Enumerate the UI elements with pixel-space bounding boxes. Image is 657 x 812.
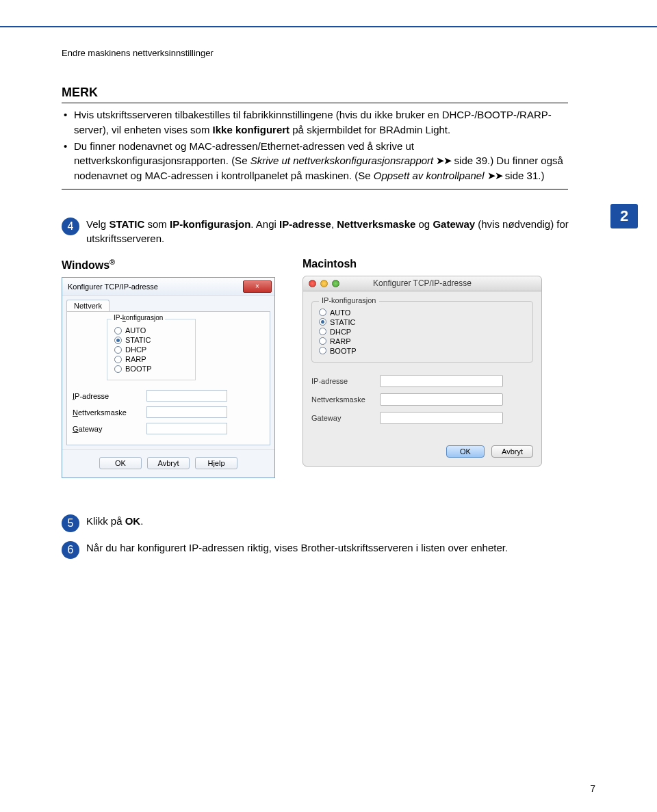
radio-auto-label: AUTO — [125, 326, 146, 335]
win-tab-panel: IP-konfigurasjon AUTO STATIC DHCP RARP B… — [66, 311, 270, 445]
s4-f: IP-adresse — [279, 218, 331, 230]
win-title: Konfigurer TCP/IP-adresse — [68, 283, 158, 291]
macintosh-label: Macintosh — [302, 258, 542, 270]
mac-ok-button[interactable]: OK — [446, 445, 485, 458]
mac-radio-bootp[interactable]: BOOTP — [319, 347, 526, 355]
s4-c: som — [144, 218, 170, 230]
mac-rarp-label: RARP — [330, 337, 351, 345]
step-6-text: Når du har konfigurert IP-adressen rikti… — [86, 540, 595, 559]
windows-label: Windows® — [62, 258, 275, 272]
radio-icon — [114, 337, 122, 344]
radio-icon — [319, 318, 326, 326]
radio-rarp[interactable]: RARP — [114, 355, 190, 363]
mac-auto-label: AUTO — [330, 309, 350, 317]
radio-icon — [319, 328, 326, 335]
radio-icon — [114, 346, 122, 354]
radio-rarp-label: RARP — [125, 355, 146, 363]
merk-rule-bot — [62, 189, 568, 189]
windows-text: Windows — [62, 259, 110, 271]
step-4-badge: 4 — [62, 218, 79, 235]
close-button[interactable]: × — [243, 280, 272, 293]
mac-ip-config-group: IP-konfigurasjon AUTO STATIC DHCP RARP B… — [311, 301, 533, 363]
merk1-b: Ikke konfigurert — [213, 124, 290, 135]
ip-address-label: IP-adresse — [73, 392, 141, 400]
mac-static-label: STATIC — [330, 318, 355, 326]
ok-button[interactable]: OK — [99, 457, 142, 469]
s5-b: OK — [125, 515, 141, 527]
radio-icon — [114, 327, 122, 335]
s4-h: Nettverksmaske — [337, 218, 415, 230]
s4-e: . Angi — [250, 218, 279, 230]
mac-dialog: Konfigurer TCP/IP-adresse IP-konfigurasj… — [302, 276, 542, 467]
s5-a: Klikk på — [86, 515, 125, 527]
mac-radio-static[interactable]: STATIC — [319, 318, 526, 326]
s5-c: . — [140, 515, 143, 527]
radio-icon — [319, 337, 326, 345]
gateway-label: Gateway — [73, 425, 141, 433]
radio-dhcp-label: DHCP — [125, 345, 146, 354]
mac-title: Konfigurer TCP/IP-adresse — [303, 278, 541, 288]
top-rule — [0, 26, 657, 27]
ip-config-legend: IP-konfigurasjon — [112, 314, 165, 322]
ip-config-group: IP-konfigurasjon AUTO STATIC DHCP RARP B… — [107, 319, 196, 380]
merk-bullet-2: Du finner nodenavnet og MAC-adressen/Eth… — [74, 139, 568, 183]
mac-ip-input[interactable] — [380, 375, 503, 387]
mac-cancel-button[interactable]: Avbryt — [491, 445, 533, 458]
s4-d: IP-konfigurasjon — [170, 218, 250, 230]
s4-j: Gateway — [433, 218, 475, 230]
mac-radio-rarp[interactable]: RARP — [319, 337, 526, 345]
win-titlebar: Konfigurer TCP/IP-adresse × — [62, 278, 274, 296]
arrow-icon: ➤➤ — [436, 155, 451, 166]
merk2-e: side 31.) — [502, 170, 545, 181]
step-4-text: Velg STATIC som IP-konfigurasjon. Angi I… — [86, 217, 595, 246]
step-5-badge: 5 — [62, 514, 79, 532]
merk-note-box: • Hvis utskriftsserveren tilbakestilles … — [62, 103, 568, 189]
mac-ip-label: IP-adresse — [311, 377, 380, 385]
windows-dialog: Konfigurer TCP/IP-adresse × Nettverk IP-… — [62, 277, 275, 478]
radio-icon — [114, 365, 122, 373]
merk2-d: Oppsett av kontrollpanel — [374, 170, 485, 181]
mac-dhcp-label: DHCP — [330, 328, 351, 336]
merk2-b: Skrive ut nettverkskonfigurasjonsrapport — [250, 155, 434, 166]
s4-b: STATIC — [109, 218, 144, 230]
radio-auto[interactable]: AUTO — [114, 326, 190, 335]
mac-mask-label: Nettverksmaske — [311, 395, 380, 404]
mac-radio-dhcp[interactable]: DHCP — [319, 328, 526, 336]
mac-gw-input[interactable] — [380, 412, 503, 424]
radio-bootp-label: BOOTP — [125, 365, 152, 373]
netmask-input[interactable] — [146, 406, 227, 418]
arrow-icon: ➤➤ — [487, 170, 502, 181]
merk-bullet-1: Hvis utskriftsserveren tilbakestilles ti… — [74, 107, 568, 137]
step-5-text: Klikk på OK. — [86, 514, 595, 532]
mac-radio-auto[interactable]: AUTO — [319, 309, 526, 317]
mac-titlebar: Konfigurer TCP/IP-adresse — [303, 276, 541, 291]
radio-bootp[interactable]: BOOTP — [114, 365, 190, 373]
registered-icon: ® — [110, 258, 115, 266]
chapter-badge: 2 — [610, 204, 638, 228]
radio-static[interactable]: STATIC — [114, 336, 190, 344]
help-button[interactable]: Hjelp — [195, 457, 237, 469]
tab-nettverk[interactable]: Nettverk — [66, 300, 110, 311]
ip-address-input[interactable] — [146, 390, 227, 402]
merk-heading: MERK — [62, 86, 595, 100]
radio-static-label: STATIC — [125, 336, 151, 344]
breadcrumb: Endre maskinens nettverksinnstillinger — [62, 48, 595, 58]
mac-mask-input[interactable] — [380, 393, 503, 406]
mac-ip-config-legend: IP-konfigurasjon — [319, 296, 379, 304]
bullet-icon: • — [62, 107, 74, 137]
page-number: 7 — [590, 783, 595, 794]
mac-gw-label: Gateway — [311, 414, 380, 422]
radio-icon — [114, 356, 122, 363]
gateway-input[interactable] — [146, 423, 227, 434]
step-6-badge: 6 — [62, 541, 79, 559]
merk1-c: på skjermbildet for BRAdmin Light. — [289, 124, 450, 135]
s4-i: og — [415, 218, 433, 230]
mac-bootp-label: BOOTP — [330, 347, 357, 355]
radio-icon — [319, 309, 326, 316]
radio-icon — [319, 347, 326, 354]
cancel-button[interactable]: Avbryt — [147, 457, 190, 469]
netmask-label: Nettverksmaske — [73, 408, 141, 417]
bullet-icon: • — [62, 139, 74, 183]
radio-dhcp[interactable]: DHCP — [114, 345, 190, 354]
s4-a: Velg — [86, 218, 109, 230]
